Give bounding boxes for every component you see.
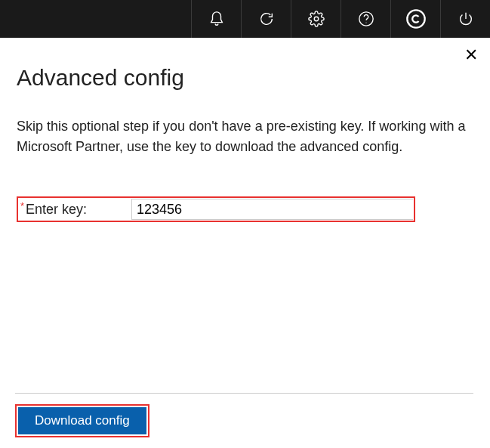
enter-key-field-row: * Enter key: (17, 196, 415, 222)
gear-icon (308, 11, 325, 27)
close-icon: ✕ (464, 45, 478, 64)
help-icon (358, 11, 374, 27)
refresh-button[interactable] (241, 0, 291, 38)
close-button[interactable]: ✕ (461, 45, 481, 65)
page-title: Advanced config (17, 65, 473, 91)
refresh-icon (258, 11, 275, 27)
enter-key-label: Enter key: (26, 201, 131, 218)
settings-button[interactable] (291, 0, 341, 38)
advanced-config-panel: ✕ Advanced config Skip this optional ste… (0, 38, 490, 448)
description-text: Skip this optional step if you don't hav… (17, 116, 473, 157)
svg-point-3 (407, 10, 424, 27)
notifications-button[interactable] (191, 0, 241, 38)
svg-point-2 (365, 22, 366, 23)
copyright-button[interactable] (390, 0, 440, 38)
enter-key-input[interactable] (131, 199, 413, 220)
copyright-icon (405, 8, 427, 29)
spacer (17, 222, 473, 393)
required-indicator: * (18, 200, 26, 212)
help-button[interactable] (341, 0, 390, 38)
topbar (0, 0, 490, 38)
bell-icon (208, 11, 225, 27)
svg-point-1 (359, 12, 372, 26)
download-button-highlight: Download config (15, 404, 149, 437)
power-button[interactable] (440, 0, 490, 38)
svg-point-0 (314, 17, 319, 21)
power-icon (458, 11, 474, 27)
download-config-button[interactable]: Download config (18, 407, 146, 434)
footer: Download config (15, 393, 473, 448)
